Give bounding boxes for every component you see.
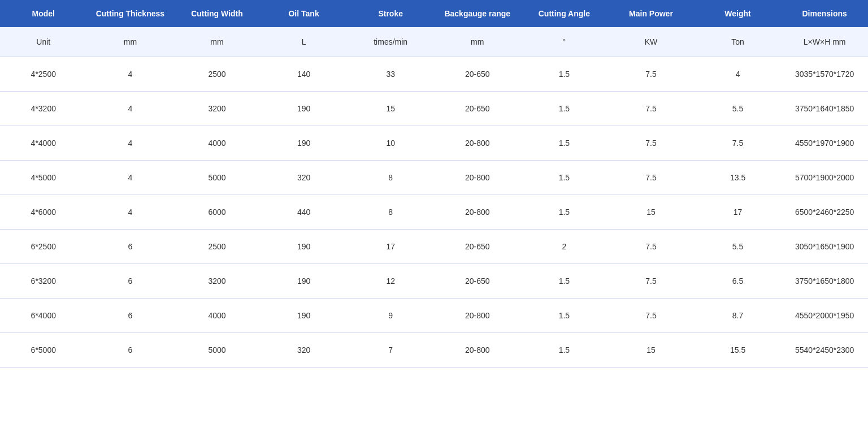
cell-6-4: 12 [347, 264, 434, 299]
cell-7-5: 20-800 [434, 299, 521, 333]
header-cell-9: Dimensions [781, 0, 868, 27]
cell-5-3: 190 [261, 230, 348, 264]
cell-8-0: 6*5000 [0, 333, 87, 368]
cell-3-2: 5000 [173, 161, 261, 195]
header-cell-0: Model [0, 0, 87, 27]
cell-0-5: 20-650 [434, 57, 521, 92]
cell-2-2: 4000 [173, 126, 261, 161]
unit-cell-6: ° [521, 27, 608, 57]
cell-2-9: 4550*1970*1900 [781, 126, 868, 161]
cell-3-1: 4 [87, 161, 174, 195]
cell-5-5: 20-650 [434, 230, 521, 264]
cell-3-9: 5700*1900*2000 [781, 161, 868, 195]
cell-7-1: 6 [87, 299, 174, 333]
cell-1-5: 20-650 [434, 92, 521, 126]
cell-6-5: 20-650 [434, 264, 521, 299]
cell-0-9: 3035*1570*1720 [781, 57, 868, 92]
cell-1-7: 7.5 [607, 92, 695, 126]
cell-4-1: 4 [87, 195, 174, 230]
specs-table: ModelCutting ThicknessCutting WidthOil T… [0, 0, 868, 368]
header-cell-3: Oil Tank [261, 0, 348, 27]
table-row: 4*600046000440820-8001.515176500*2460*22… [0, 195, 868, 230]
cell-4-9: 6500*2460*2250 [781, 195, 868, 230]
cell-2-5: 20-800 [434, 126, 521, 161]
cell-2-8: 7.5 [695, 126, 782, 161]
unit-row: UnitmmmmLtimes/minmm°KWTonL×W×H mm [0, 27, 868, 57]
cell-3-3: 320 [261, 161, 348, 195]
cell-0-6: 1.5 [521, 57, 608, 92]
cell-8-4: 7 [347, 333, 434, 368]
cell-4-6: 1.5 [521, 195, 608, 230]
unit-cell-5: mm [434, 27, 521, 57]
cell-2-4: 10 [347, 126, 434, 161]
cell-1-0: 4*3200 [0, 92, 87, 126]
cell-4-4: 8 [347, 195, 434, 230]
cell-7-3: 190 [261, 299, 348, 333]
header-cell-4: Stroke [347, 0, 434, 27]
cell-2-7: 7.5 [607, 126, 695, 161]
table-row: 4*500045000320820-8001.57.513.55700*1900… [0, 161, 868, 195]
unit-cell-0: Unit [0, 27, 87, 57]
cell-7-6: 1.5 [521, 299, 608, 333]
cell-0-1: 4 [87, 57, 174, 92]
cell-5-9: 3050*1650*1900 [781, 230, 868, 264]
cell-4-7: 15 [607, 195, 695, 230]
table-row: 6*400064000190920-8001.57.58.74550*2000*… [0, 299, 868, 333]
cell-8-6: 1.5 [521, 333, 608, 368]
cell-5-8: 5.5 [695, 230, 782, 264]
cell-3-5: 20-800 [434, 161, 521, 195]
cell-3-0: 4*5000 [0, 161, 87, 195]
cell-0-4: 33 [347, 57, 434, 92]
cell-3-7: 7.5 [607, 161, 695, 195]
table-row: 4*3200432001901520-6501.57.55.53750*1640… [0, 92, 868, 126]
unit-cell-7: KW [607, 27, 695, 57]
cell-2-6: 1.5 [521, 126, 608, 161]
cell-6-0: 6*3200 [0, 264, 87, 299]
cell-4-0: 4*6000 [0, 195, 87, 230]
header-cell-1: Cutting Thickness [87, 0, 174, 27]
cell-2-1: 4 [87, 126, 174, 161]
cell-5-7: 7.5 [607, 230, 695, 264]
cell-6-1: 6 [87, 264, 174, 299]
cell-4-8: 17 [695, 195, 782, 230]
header-cell-2: Cutting Width [173, 0, 261, 27]
cell-1-9: 3750*1640*1850 [781, 92, 868, 126]
cell-3-4: 8 [347, 161, 434, 195]
header-row: ModelCutting ThicknessCutting WidthOil T… [0, 0, 868, 27]
table-wrapper: ModelCutting ThicknessCutting WidthOil T… [0, 0, 868, 368]
cell-6-7: 7.5 [607, 264, 695, 299]
cell-7-8: 8.7 [695, 299, 782, 333]
cell-7-2: 4000 [173, 299, 261, 333]
cell-8-1: 6 [87, 333, 174, 368]
unit-cell-8: Ton [695, 27, 782, 57]
cell-7-7: 7.5 [607, 299, 695, 333]
cell-8-8: 15.5 [695, 333, 782, 368]
cell-1-1: 4 [87, 92, 174, 126]
cell-1-8: 5.5 [695, 92, 782, 126]
cell-5-2: 2500 [173, 230, 261, 264]
unit-cell-2: mm [173, 27, 261, 57]
cell-3-8: 13.5 [695, 161, 782, 195]
cell-4-2: 6000 [173, 195, 261, 230]
cell-8-3: 320 [261, 333, 348, 368]
unit-cell-3: L [261, 27, 348, 57]
unit-cell-4: times/min [347, 27, 434, 57]
header-cell-7: Main Power [607, 0, 695, 27]
cell-2-3: 190 [261, 126, 348, 161]
table-row: 6*3200632001901220-6501.57.56.53750*1650… [0, 264, 868, 299]
cell-5-1: 6 [87, 230, 174, 264]
table-row: 4*2500425001403320-6501.57.543035*1570*1… [0, 57, 868, 92]
cell-1-6: 1.5 [521, 92, 608, 126]
cell-5-0: 6*2500 [0, 230, 87, 264]
table-row: 4*4000440001901020-8001.57.57.54550*1970… [0, 126, 868, 161]
cell-6-2: 3200 [173, 264, 261, 299]
cell-3-6: 1.5 [521, 161, 608, 195]
cell-0-2: 2500 [173, 57, 261, 92]
cell-0-8: 4 [695, 57, 782, 92]
cell-4-5: 20-800 [434, 195, 521, 230]
header-cell-5: Backgauge range [434, 0, 521, 27]
cell-8-5: 20-800 [434, 333, 521, 368]
cell-2-0: 4*4000 [0, 126, 87, 161]
cell-8-9: 5540*2450*2300 [781, 333, 868, 368]
cell-7-9: 4550*2000*1950 [781, 299, 868, 333]
